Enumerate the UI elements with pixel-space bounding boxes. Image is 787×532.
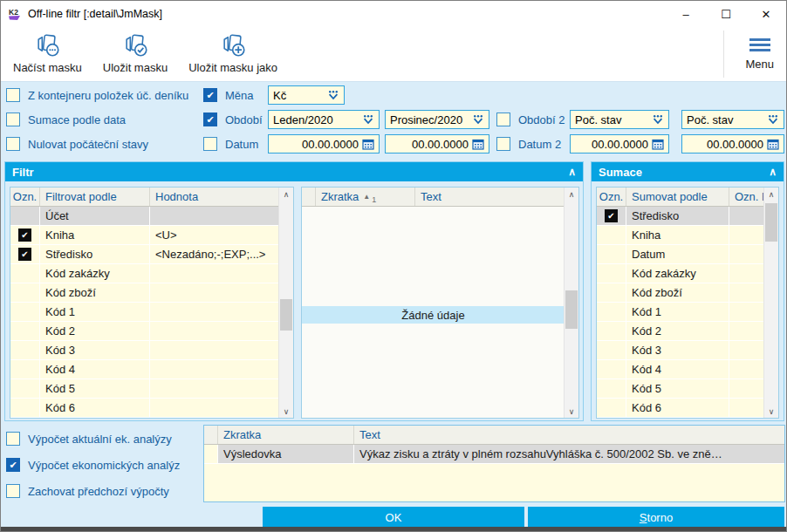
checkbox-box[interactable] bbox=[203, 88, 217, 102]
checkbox-box[interactable] bbox=[496, 137, 510, 151]
ozn-cell[interactable] bbox=[597, 379, 626, 398]
column-header-blank[interactable] bbox=[204, 426, 218, 444]
scroll-up-icon[interactable]: ∧ bbox=[565, 188, 578, 201]
sum-field-cell[interactable]: Kód 5 bbox=[626, 379, 729, 398]
checkbox-box[interactable] bbox=[6, 458, 20, 472]
row-marker-cell[interactable] bbox=[204, 445, 218, 463]
ozn-ea-cell[interactable] bbox=[729, 245, 764, 263]
sumace-table-scrollbar[interactable]: ∧ ∨ bbox=[763, 188, 778, 418]
ozn-ea-cell[interactable] bbox=[729, 207, 764, 225]
checkbox-mena[interactable]: Měna bbox=[203, 85, 254, 105]
filter-value-cell[interactable] bbox=[150, 322, 279, 340]
ozn-cell[interactable] bbox=[597, 341, 626, 359]
checkbox-box[interactable] bbox=[203, 113, 217, 126]
filter-field-cell[interactable]: Účet bbox=[40, 207, 150, 225]
ozn-cell[interactable] bbox=[597, 264, 626, 283]
nacist-masku-button[interactable]: Načíst masku bbox=[3, 29, 92, 79]
sum-field-cell[interactable]: Datum bbox=[626, 245, 729, 263]
filtr-row[interactable]: Kód 2 bbox=[10, 322, 279, 341]
column-header-blank[interactable] bbox=[302, 188, 316, 206]
sumace-row[interactable]: Datum bbox=[597, 245, 764, 264]
ozn-cell[interactable] bbox=[10, 303, 40, 321]
filter-value-cell[interactable] bbox=[150, 264, 279, 283]
filtr-row[interactable]: ✔Kniha<U> bbox=[10, 226, 279, 245]
scroll-down-icon[interactable]: ∨ bbox=[279, 405, 293, 418]
checkbox-obdobi-2[interactable]: Období 2 bbox=[496, 110, 565, 129]
sumace-row[interactable]: Kód 1 bbox=[597, 303, 764, 322]
values-table-scrollbar[interactable]: ∧ ∨ bbox=[564, 188, 578, 418]
scroll-down-icon[interactable]: ∨ bbox=[764, 405, 778, 418]
filter-field-cell[interactable]: Kód 5 bbox=[40, 379, 150, 398]
column-header-hodnota[interactable]: Hodnota bbox=[150, 188, 279, 206]
ozn-ea-cell[interactable] bbox=[729, 264, 764, 283]
filtr-row[interactable]: Účet bbox=[10, 207, 279, 226]
sum-field-cell[interactable]: Kniha bbox=[626, 226, 729, 244]
calendar-icon[interactable] bbox=[472, 139, 484, 150]
filter-field-cell[interactable]: Kód zboží bbox=[40, 283, 150, 302]
checkbox-nulovat-stavy[interactable]: Nulovat počáteční stavy bbox=[6, 134, 148, 153]
calendar-icon[interactable] bbox=[362, 139, 374, 150]
ozn-cell[interactable]: ✔ bbox=[10, 245, 40, 263]
ozn-ea-cell[interactable] bbox=[729, 283, 764, 302]
scroll-up-icon[interactable]: ∧ bbox=[764, 188, 778, 201]
ozn-ea-cell[interactable] bbox=[729, 399, 764, 417]
filter-value-cell[interactable] bbox=[150, 207, 279, 225]
filtr-row[interactable]: Kód zboží bbox=[10, 283, 279, 303]
scrollbar-thumb[interactable] bbox=[565, 290, 578, 329]
scroll-down-icon[interactable]: ∨ bbox=[565, 405, 578, 418]
column-header-ozn[interactable]: Ozn. bbox=[597, 188, 626, 206]
ozn-cell[interactable] bbox=[10, 264, 40, 283]
analyzy-row[interactable]: VýsledovkaVýkaz zisku a ztráty v plném r… bbox=[204, 445, 784, 464]
filter-value-cell[interactable] bbox=[150, 303, 279, 321]
close-button[interactable]: ✕ bbox=[746, 1, 786, 27]
ozn-cell[interactable] bbox=[10, 283, 40, 302]
dropdown-icon[interactable] bbox=[362, 114, 374, 126]
filter-value-cell[interactable] bbox=[150, 360, 279, 379]
sumace-row[interactable]: Kód 6 bbox=[597, 399, 764, 418]
filter-value-cell[interactable]: <Nezadáno;-;EXP;...> bbox=[150, 245, 279, 263]
obdobi-do-combo[interactable]: Prosinec/2020 bbox=[385, 110, 489, 129]
sum-field-cell[interactable]: Středisko bbox=[626, 207, 729, 225]
column-header-ozn-ea[interactable]: Ozn. EA bbox=[729, 188, 764, 206]
filter-field-cell[interactable]: Kód 1 bbox=[40, 303, 150, 321]
checkbox-box[interactable] bbox=[6, 137, 20, 151]
sumace-row[interactable]: Kód 4 bbox=[597, 360, 764, 379]
column-header-ozn[interactable]: Ozn. bbox=[10, 188, 40, 206]
calendar-icon[interactable] bbox=[652, 139, 664, 150]
sum-field-cell[interactable]: Kód 6 bbox=[626, 399, 729, 417]
checkbox-box[interactable] bbox=[6, 432, 20, 446]
checkbox-vypocet-ekonomickych[interactable]: Výpočet ekonomických analýz bbox=[6, 455, 180, 474]
column-header-filtrovat-podle[interactable]: Filtrovat podle bbox=[40, 188, 150, 206]
filter-field-cell[interactable]: Středisko bbox=[40, 245, 150, 263]
ozn-cell[interactable] bbox=[10, 399, 40, 417]
filter-field-cell[interactable]: Kód 2 bbox=[40, 322, 150, 340]
ozn-cell[interactable] bbox=[597, 283, 626, 302]
filter-field-cell[interactable]: Kód zakázky bbox=[40, 264, 150, 283]
sum-field-cell[interactable]: Kód 4 bbox=[626, 360, 729, 379]
filter-field-cell[interactable]: Kód 3 bbox=[40, 341, 150, 359]
ozn-ea-cell[interactable] bbox=[729, 341, 764, 359]
checkbox-z-kontejneru[interactable]: Z kontejneru položek úč. deníku bbox=[6, 85, 188, 105]
checkbox-datum[interactable]: Datum bbox=[203, 134, 258, 153]
column-header-text[interactable]: Text bbox=[354, 426, 784, 444]
obdobi2-do-combo[interactable]: Poč. stav bbox=[681, 110, 784, 129]
filter-field-cell[interactable]: Kód 6 bbox=[40, 399, 150, 417]
ozn-cell[interactable] bbox=[597, 322, 626, 340]
titlebar[interactable]: K2 Off-line filtr [:detail\JmMask] – ☐ ✕ bbox=[1, 1, 786, 27]
text-cell[interactable]: Výkaz zisku a ztráty v plném rozsahuVyhl… bbox=[354, 445, 784, 463]
ozn-cell[interactable] bbox=[597, 303, 626, 321]
checkbox-box[interactable] bbox=[6, 484, 20, 498]
dropdown-icon[interactable] bbox=[327, 90, 339, 101]
ozn-cell[interactable] bbox=[10, 341, 40, 359]
filter-value-cell[interactable]: <U> bbox=[150, 226, 279, 244]
ulozit-masku-button[interactable]: Uložit masku bbox=[92, 29, 178, 79]
datum-od-field[interactable]: 00.00.0000 bbox=[268, 134, 380, 153]
sumace-row[interactable]: Kód zboží bbox=[597, 283, 764, 303]
obdobi2-od-combo[interactable]: Poč. stav bbox=[570, 110, 669, 129]
zkratka-cell[interactable]: Výsledovka bbox=[218, 445, 354, 463]
datum2-do-field[interactable]: 00.00.0000 bbox=[681, 134, 784, 153]
sum-field-cell[interactable]: Kód zboží bbox=[626, 283, 729, 302]
minimize-button[interactable]: – bbox=[666, 1, 706, 27]
ozn-cell[interactable] bbox=[10, 360, 40, 379]
scrollbar-thumb[interactable] bbox=[765, 203, 777, 242]
